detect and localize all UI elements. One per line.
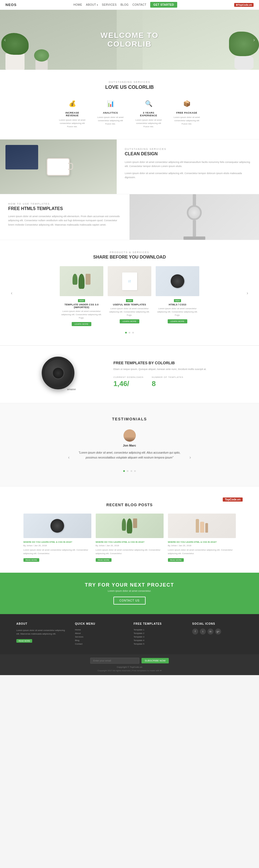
footer-link-home[interactable]: Home <box>75 628 125 631</box>
footer-link-blog[interactable]: Blog <box>75 639 125 642</box>
dot-2[interactable] <box>129 332 130 334</box>
dot-3[interactable] <box>132 332 134 334</box>
colorlib-stats: CURRENT DOWNLOADS 1,46/ NUMBER OF TEMPLA… <box>113 376 242 388</box>
mug-visual-container <box>0 140 117 194</box>
blog-tag-1: WHERE DO YOU LEARN HTML & CSS IN 2018? <box>24 541 91 543</box>
testimonial-navigation: ‹ "Lorem ipsum dolor sit amet, consectet… <box>17 451 242 465</box>
service-item-package: 📦 FREE PACKAGE Lorem ipsum dolor sit ame… <box>173 98 200 128</box>
footer-tpl-link-5[interactable]: Template 5 <box>134 643 184 645</box>
get-started-button[interactable]: GET STARTED <box>150 2 177 8</box>
navbar: NEOS HOME ABOUT SERVICES BLOG CONTACT GE… <box>0 0 259 10</box>
twitter-icon[interactable]: t <box>200 628 206 634</box>
product-card-2: 📄 NEW USEFUL WEB TEMPLATES Lorem ipsum d… <box>108 266 151 326</box>
googleplus-icon[interactable]: g+ <box>215 628 221 634</box>
speaker-main <box>42 356 75 389</box>
free-templates-title: FREE HTML5 TEMPLATES <box>8 206 121 211</box>
footer-copyright-main: Copyright © TopCode.vn <box>17 666 242 668</box>
contact-us-button[interactable]: CONTACT US <box>113 597 146 604</box>
hero-arrow-right[interactable]: › <box>253 37 255 43</box>
testimonial-arrow-left[interactable]: ‹ <box>68 455 69 460</box>
nav-contact[interactable]: CONTACT <box>133 3 146 6</box>
bottle-1 <box>196 519 199 533</box>
linkedin-icon[interactable]: in <box>207 628 213 634</box>
footer-email-form: Subscribe Now <box>17 658 242 664</box>
blog-plants-visual <box>120 517 139 535</box>
product-name-1: TEMPLATE UNDER CSS 3.0 (IMPORTED) <box>60 303 103 309</box>
blog-image-3 <box>168 514 236 538</box>
service-name-experience: 3 YEARS EXPERIENCE <box>135 112 162 117</box>
subscribe-button[interactable]: Subscribe Now <box>142 658 169 663</box>
footer-link-contact[interactable]: Contact <box>75 643 125 645</box>
footer-tpl-link-3[interactable]: Template 3 <box>134 636 184 638</box>
blog-plant-2 <box>127 519 132 533</box>
footer-col-about: ABOUT Lorem ipsum dolor sit amet consect… <box>17 622 67 646</box>
read-more-button-2[interactable]: Read More <box>96 558 112 562</box>
service-name-analytics: ANALYTICS <box>97 112 124 114</box>
learn-more-button-2[interactable]: Learn More <box>120 319 139 323</box>
testi-dot-3[interactable] <box>131 470 132 472</box>
blog-card-2: WHERE DO YOU LEARN HTML & CSS IN 2018? B… <box>96 514 164 562</box>
colorlib-image: amazon <box>17 356 103 392</box>
revenue-icon: 💰 <box>67 98 78 109</box>
card-visual-2: 📄 <box>122 273 137 290</box>
blog-image-1 <box>24 514 91 538</box>
colorlib-title: FREE TEMPLATES BY COLORLIB <box>113 361 242 365</box>
footer-col-templates: FREE TEMPLATES Template 1 Template 2 Tem… <box>134 622 184 646</box>
footer-tpl-link-1[interactable]: Template 1 <box>134 628 184 631</box>
stat-downloads: CURRENT DOWNLOADS 1,46/ <box>113 376 144 388</box>
footer-read-more-button[interactable]: Read More <box>17 639 32 643</box>
clean-design-text-1: Lorem ipsum dolor sit amet consectetur a… <box>125 160 251 168</box>
topcode-logo: TopCode.vn <box>223 497 242 502</box>
hero-arrow-left[interactable]: ‹ <box>4 37 6 43</box>
products-label: PRODUCTS & SERVICES <box>17 251 242 254</box>
learn-more-button-3[interactable]: Learn More <box>168 319 187 323</box>
footer-tpl-link-4[interactable]: Template 4 <box>134 639 184 642</box>
blog-tag-2: WHERE DO YOU LEARN HTML & CSS IN 2018? <box>96 541 164 543</box>
blog-meta-3: By Johan / Jan 20, 2018 <box>168 544 236 547</box>
product-name-3: HTML5 / CSS3 <box>156 303 199 306</box>
facebook-icon[interactable]: f <box>192 628 198 634</box>
nav-services[interactable]: SERVICES <box>102 3 117 6</box>
read-more-button-3[interactable]: Read More <box>168 558 184 562</box>
brand: NEOS <box>5 3 17 7</box>
product-image-3 <box>156 266 199 296</box>
product-tag-1: NEW <box>78 299 85 302</box>
footer-email-input[interactable] <box>90 658 139 664</box>
nav-about[interactable]: ABOUT <box>86 3 98 6</box>
testi-dot-1[interactable] <box>123 470 125 472</box>
footer-tpl-link-2[interactable]: Template 2 <box>134 632 184 634</box>
blog-img-visual-1 <box>51 519 64 533</box>
nav-links: HOME ABOUT SERVICES BLOG CONTACT GET STA… <box>73 2 177 8</box>
clean-design-text-2: Lorem ipsum dolor sit amet consectetur a… <box>125 172 251 180</box>
share-section: PRODUCTS & SERVICES SHARE BEFORE YOU DOW… <box>0 240 259 345</box>
colorlib-section: amazon FREE TEMPLATES BY COLORLIB Etiam … <box>0 345 259 403</box>
nav-home[interactable]: HOME <box>73 3 82 6</box>
clean-design-content: OUTSTANDING SERVICES CLEAN DESIGN Lorem … <box>117 140 259 194</box>
blog-excerpt-2: Lorem ipsum dolor sit amet consectetur a… <box>96 549 164 556</box>
blog-card-3: WHERE DO YOU LEARN HTML & CSS IN 2018? B… <box>168 514 236 562</box>
footer-quickmenu-title: QUICK MENU <box>75 622 125 625</box>
footer-social-title: SOCIAL ICONS <box>192 622 242 625</box>
experience-icon: 🔍 <box>143 98 154 109</box>
testimonials-section: TESTIMONIALS Jon Marc ‹ "Lorem ipsum dol… <box>0 403 259 486</box>
nav-blog[interactable]: BLOG <box>120 3 129 6</box>
products-grid: NEW TEMPLATE UNDER CSS 3.0 (IMPORTED) Lo… <box>17 266 242 326</box>
testi-dot-2[interactable] <box>127 470 128 472</box>
footer-link-services[interactable]: Services <box>75 636 125 638</box>
learn-more-button-1[interactable]: Learn More <box>72 322 91 326</box>
testimonial-dots <box>17 469 242 473</box>
read-more-button-1[interactable]: Read More <box>24 558 39 562</box>
speaker-center <box>52 367 64 379</box>
dot-1[interactable] <box>125 332 127 334</box>
blog-card-1: WHERE DO YOU LEARN HTML & CSS IN 2018? B… <box>24 514 91 562</box>
carousel-arrow-left[interactable]: ‹ <box>11 291 12 296</box>
testimonial-arrow-right[interactable]: › <box>190 455 191 460</box>
testi-dot-4[interactable] <box>134 470 136 472</box>
product-name-2: USEFUL WEB TEMPLATES <box>108 303 151 306</box>
footer-link-about[interactable]: About <box>75 632 125 634</box>
product-desc-1: Lorem ipsum dolor sit amet consectetur a… <box>60 310 103 319</box>
blog-title: RECENT BLOG POSTS <box>17 503 242 507</box>
services-grid: 💰 INCREASE REVENUE Lorem ipsum dolor sit… <box>17 98 242 128</box>
blog-image-2 <box>96 514 164 538</box>
carousel-arrow-right[interactable]: › <box>247 291 248 296</box>
